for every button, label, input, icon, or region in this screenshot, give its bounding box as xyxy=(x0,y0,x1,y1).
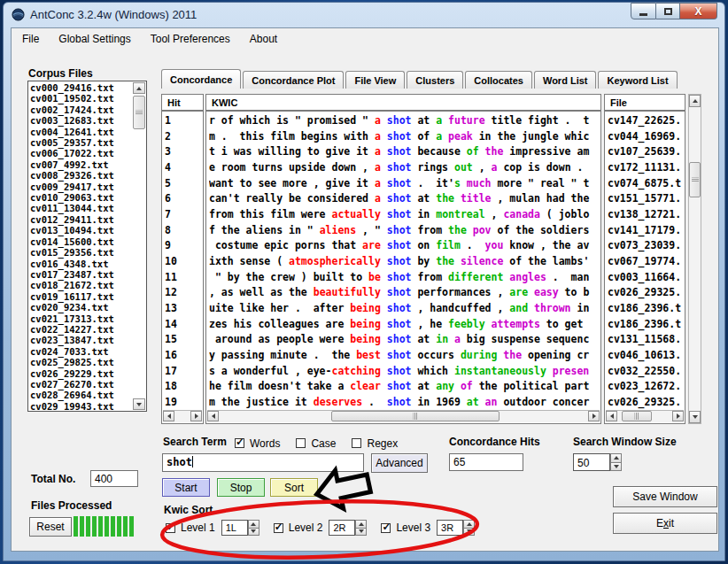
spin-down-button[interactable] xyxy=(355,529,367,537)
corpus-file-item[interactable]: cv019_16117.txt xyxy=(30,291,132,302)
table-row-hit[interactable]: 3 xyxy=(165,144,202,160)
table-row-file[interactable]: cv131_11568. xyxy=(608,332,684,348)
menu-item-global-settings[interactable]: Global Settings xyxy=(58,33,130,45)
tab-concordance[interactable]: Concordance xyxy=(161,69,241,89)
corpus-file-item[interactable]: cv000_29416.txt xyxy=(30,82,132,93)
spin-up-button[interactable] xyxy=(355,520,367,529)
table-row-kwic[interactable]: from this film were actually shot in mon… xyxy=(209,207,600,223)
scroll-left-button[interactable] xyxy=(606,411,617,421)
corpus-file-item[interactable]: cv023_13847.txt xyxy=(30,335,132,345)
table-row-hit[interactable]: 7 xyxy=(165,207,202,223)
vertical-scrollbar-thumb[interactable] xyxy=(689,162,701,197)
kwic-sort-level-value[interactable]: 2R xyxy=(329,520,355,536)
level-3-checkbox[interactable]: ✓ xyxy=(381,523,391,533)
table-row-hit[interactable]: 19 xyxy=(165,395,202,409)
spinner[interactable] xyxy=(463,520,475,536)
corpus-file-item[interactable]: cv009_29417.txt xyxy=(30,182,132,192)
table-row-hit[interactable]: 16 xyxy=(165,348,202,364)
corpus-files-list[interactable]: cv000_29416.txtcv001_19502.txtcv002_1742… xyxy=(27,81,147,412)
spinner[interactable] xyxy=(355,520,367,536)
menu-item-about[interactable]: About xyxy=(250,33,277,45)
advanced-button[interactable]: Advanced xyxy=(371,453,428,473)
corpus-file-item[interactable]: cv016_4348.txt xyxy=(30,259,132,269)
corpus-file-item[interactable]: cv029_19943.txt xyxy=(30,401,132,410)
start-button[interactable]: Start xyxy=(162,478,210,497)
corpus-file-item[interactable]: cv025_29825.txt xyxy=(30,357,132,367)
minimize-button[interactable] xyxy=(631,3,656,19)
table-row-kwic[interactable]: y passing minute . the best shot occurs … xyxy=(209,348,600,364)
table-row-kwic[interactable]: f the aliens in " aliens , " shot from t… xyxy=(209,223,600,239)
table-row-file[interactable]: cv172_11131. xyxy=(608,160,684,176)
table-row-hit[interactable]: 15 xyxy=(165,332,202,348)
table-row-file[interactable]: cv073_23039. xyxy=(608,238,684,254)
kwic-scrollbar-thumb[interactable] xyxy=(331,411,500,421)
scroll-right-button[interactable] xyxy=(588,411,600,421)
table-row-kwic[interactable]: s a wonderful , eye-catching shot which … xyxy=(209,364,600,380)
table-row-hit[interactable]: 6 xyxy=(165,191,202,207)
table-row-file[interactable]: cv032_22550. xyxy=(608,364,684,380)
level-1-checkbox[interactable]: ✓ xyxy=(166,523,175,533)
tab-clusters[interactable]: Clusters xyxy=(407,71,463,89)
close-button[interactable]: X xyxy=(680,3,717,19)
table-row-hit[interactable]: 18 xyxy=(165,379,202,395)
menu-item-tool-preferences[interactable]: Tool Preferences xyxy=(151,33,230,45)
scroll-up-button[interactable] xyxy=(689,95,701,107)
table-row-file[interactable]: cv186_2396.t xyxy=(608,317,684,333)
scroll-left-button[interactable] xyxy=(207,411,219,421)
tab-concordance-plot[interactable]: Concordance Plot xyxy=(243,71,344,89)
table-row-file[interactable]: cv186_2396.t xyxy=(608,301,684,317)
stop-button[interactable]: Stop xyxy=(217,478,265,497)
tab-collocates[interactable]: Collocates xyxy=(465,71,532,89)
corpus-file-item[interactable]: cv006_17022.txt xyxy=(30,148,132,158)
table-row-file[interactable]: cv074_6875.t xyxy=(608,176,684,192)
search-option-regex[interactable]: Regex xyxy=(352,437,398,450)
tab-keyword-list[interactable]: Keyword List xyxy=(598,71,677,89)
spin-up-button[interactable] xyxy=(463,520,475,529)
kwic-column-list[interactable]: r of which is " promised " a shot at a f… xyxy=(205,111,601,424)
table-row-hit[interactable]: 13 xyxy=(165,301,202,317)
table-row-hit[interactable]: 2 xyxy=(165,129,202,145)
search-option-case[interactable]: Case xyxy=(296,437,336,450)
table-row-kwic[interactable]: costume epic porns that are shot on film… xyxy=(209,238,600,254)
corpus-file-item[interactable]: cv026_29229.txt xyxy=(30,368,132,379)
corpus-file-item[interactable]: cv001_19502.txt xyxy=(30,93,132,104)
spin-up-button[interactable] xyxy=(610,453,622,463)
table-row-file[interactable]: cv147_22625. xyxy=(608,113,684,129)
corpus-file-item[interactable]: cv011_13044.txt xyxy=(30,203,132,213)
table-row-hit[interactable]: 9 xyxy=(165,238,202,254)
reset-button[interactable]: Reset xyxy=(29,517,72,537)
corpus-file-item[interactable]: cv010_29063.txt xyxy=(30,192,132,203)
search-option-words[interactable]: ✓Words xyxy=(235,437,280,450)
file-scrollbar-thumb[interactable] xyxy=(622,411,652,421)
corpus-file-item[interactable]: cv020_9234.txt xyxy=(30,302,132,313)
concordance-vertical-scrollbar[interactable] xyxy=(688,94,701,424)
scroll-right-button[interactable] xyxy=(190,411,202,421)
table-row-file[interactable]: cv046_10613. xyxy=(608,348,684,364)
corpus-file-item[interactable]: cv024_7033.txt xyxy=(30,346,132,357)
corpus-file-item[interactable]: cv015_29356.txt xyxy=(30,247,132,258)
maximize-button[interactable] xyxy=(656,3,680,19)
table-row-file[interactable]: cv151_15771. xyxy=(608,191,684,207)
table-row-kwic[interactable]: " by the crew ) built to be shot from di… xyxy=(209,270,600,286)
corpus-file-item[interactable]: cv007_4992.txt xyxy=(30,159,132,170)
corpus-file-item[interactable]: cv013_10494.txt xyxy=(30,225,132,236)
file-horizontal-scrollbar[interactable] xyxy=(606,410,684,422)
corpus-file-item[interactable]: cv014_15600.txt xyxy=(30,236,132,247)
scroll-left-button[interactable] xyxy=(163,411,174,421)
table-row-file[interactable]: cv107_25639. xyxy=(608,144,684,160)
table-row-file[interactable]: cv026_29325. xyxy=(608,285,684,301)
corpus-file-item[interactable]: cv027_26270.txt xyxy=(30,379,132,390)
spin-down-button[interactable] xyxy=(463,529,475,537)
table-row-hit[interactable]: 1 xyxy=(165,113,202,129)
table-row-file[interactable]: cv003_11664. xyxy=(608,270,684,286)
tab-word-list[interactable]: Word List xyxy=(534,71,597,89)
kwic-sort-level-value[interactable]: 1L xyxy=(221,520,248,536)
scroll-right-button[interactable] xyxy=(672,411,684,421)
hit-column-list[interactable]: 12345678910111213141516171819 xyxy=(161,111,204,424)
sort-button[interactable]: Sort xyxy=(270,478,318,497)
kwic-horizontal-scrollbar[interactable] xyxy=(207,410,600,422)
table-row-hit[interactable]: 11 xyxy=(165,270,202,286)
spinner[interactable] xyxy=(248,520,259,536)
corpus-scroll-up-button[interactable] xyxy=(133,82,145,94)
table-row-hit[interactable]: 10 xyxy=(165,254,202,270)
